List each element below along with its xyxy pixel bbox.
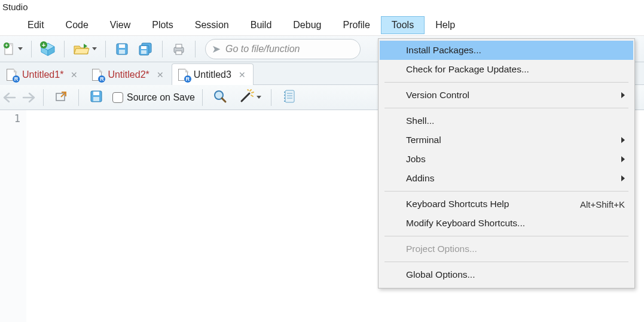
menu-profile[interactable]: Profile	[332, 16, 380, 34]
editor-save-button[interactable]	[86, 87, 106, 108]
nav-forward-button[interactable]	[22, 92, 36, 104]
toolbar-separator	[105, 41, 106, 57]
source-on-save-toggle[interactable]: Source on Save	[112, 92, 195, 103]
save-all-button[interactable]	[136, 39, 156, 59]
popout-icon	[54, 90, 68, 104]
new-file-dropdown[interactable]: +	[1, 39, 25, 59]
menu-help[interactable]: Help	[425, 16, 466, 34]
menu-item-label: Check for Package Updates...	[406, 64, 529, 75]
toolbar-separator	[78, 89, 79, 106]
magnifier-icon	[213, 89, 227, 105]
code-tools-dropdown[interactable]	[236, 87, 264, 108]
open-file-dropdown[interactable]	[71, 39, 99, 59]
goto-arrow-icon: ➤	[212, 42, 221, 56]
menu-build[interactable]: Build	[240, 16, 283, 34]
goto-input[interactable]	[225, 44, 352, 54]
menu-separator	[384, 82, 628, 83]
menu-item-shell[interactable]: Shell...	[380, 111, 633, 130]
menu-item-label: Project Options...	[406, 244, 477, 254]
menu-edit[interactable]: Edit	[17, 16, 55, 34]
menu-item-label: Jobs	[406, 154, 426, 165]
menu-item-check-for-package-updates[interactable]: Check for Package Updates...	[380, 60, 633, 79]
tab-label: Untitled1*	[22, 69, 63, 80]
menu-item-terminal[interactable]: Terminal	[380, 130, 633, 150]
save-icon	[90, 90, 103, 105]
line-number: 1	[0, 113, 20, 124]
svg-line-26	[250, 90, 251, 91]
svg-rect-18	[176, 51, 182, 54]
print-icon	[172, 42, 186, 56]
menu-view[interactable]: View	[99, 16, 141, 34]
save-icon	[115, 42, 129, 56]
tools-menu-dropdown: Install Packages...Check for Package Upd…	[378, 38, 635, 288]
goto-file-function[interactable]: ➤	[205, 39, 361, 59]
magic-wand-icon	[239, 89, 254, 105]
notebook-icon	[282, 89, 295, 105]
chevron-down-icon	[92, 47, 97, 50]
tab-close-icon[interactable]: ✕	[71, 70, 78, 80]
submenu-arrow-icon	[621, 156, 625, 162]
svg-line-24	[222, 98, 225, 102]
menubar: EditCodeViewPlotsSessionBuildDebugProfil…	[0, 14, 644, 36]
menu-separator	[384, 108, 628, 108]
svg-text:+: +	[42, 41, 45, 48]
menu-item-label: Addins	[406, 173, 434, 184]
show-in-new-window-button[interactable]	[51, 87, 71, 108]
print-button[interactable]	[169, 39, 189, 59]
menu-item-modify-keyboard-shortcuts[interactable]: Modify Keyboard Shortcuts...	[380, 214, 633, 233]
checkbox-icon	[112, 92, 123, 103]
line-gutter: 1	[0, 110, 26, 322]
menu-item-keyboard-shortcuts-help[interactable]: Keyboard Shortcuts HelpAlt+Shift+K	[380, 195, 633, 214]
r-file-icon: R	[92, 69, 103, 81]
editor-tab[interactable]: RUntitled2*✕	[86, 63, 171, 85]
submenu-arrow-icon	[621, 92, 625, 98]
toolbar-separator	[195, 41, 196, 57]
editor-tab[interactable]: RUntitled1*✕	[0, 63, 86, 85]
find-replace-button[interactable]	[210, 87, 230, 108]
r-file-icon: R	[178, 69, 189, 81]
svg-rect-11	[119, 50, 125, 54]
menu-item-jobs[interactable]: Jobs	[380, 150, 633, 169]
menu-plots[interactable]: Plots	[141, 16, 184, 34]
window-title: Studio	[0, 0, 644, 14]
tab-label: Untitled3	[194, 69, 231, 80]
tab-close-icon[interactable]: ✕	[157, 70, 164, 80]
toolbar-separator	[64, 41, 65, 57]
save-button[interactable]	[112, 39, 132, 59]
menu-item-label: Shell...	[406, 116, 434, 126]
menu-separator	[384, 191, 628, 192]
nav-back-button[interactable]	[2, 92, 17, 104]
svg-rect-30	[285, 90, 294, 102]
menu-item-label: Terminal	[406, 135, 441, 145]
editor-tab[interactable]: RUntitled3✕	[172, 63, 254, 85]
menu-item-addins[interactable]: Addins	[380, 169, 633, 188]
svg-text:+: +	[5, 42, 8, 48]
menu-item-install-packages[interactable]: Install Packages...	[380, 41, 633, 60]
svg-line-25	[242, 93, 249, 101]
menu-debug[interactable]: Debug	[282, 16, 332, 34]
menu-item-global-options[interactable]: Global Options...	[380, 265, 633, 284]
menu-shortcut: Alt+Shift+K	[580, 199, 625, 209]
new-project-button[interactable]: +	[38, 39, 58, 59]
submenu-arrow-icon	[621, 175, 625, 181]
svg-rect-15	[141, 50, 146, 54]
compile-report-button[interactable]	[279, 87, 299, 108]
toolbar-separator	[43, 89, 44, 106]
menu-item-label: Version Control	[406, 90, 469, 101]
new-file-icon: +	[4, 42, 16, 56]
tab-close-icon[interactable]: ✕	[239, 70, 246, 80]
svg-rect-10	[119, 44, 125, 48]
menu-separator	[384, 236, 628, 236]
menu-item-project-options: Project Options...	[380, 239, 633, 259]
menu-item-label: Modify Keyboard Shortcuts...	[406, 218, 525, 229]
menu-item-version-control[interactable]: Version Control	[380, 86, 633, 105]
menu-tools[interactable]: Tools	[381, 16, 425, 34]
toolbar-separator	[162, 41, 163, 57]
svg-line-28	[251, 95, 253, 96]
svg-line-27	[252, 92, 254, 93]
svg-rect-17	[176, 44, 182, 48]
menu-item-label: Keyboard Shortcuts Help	[406, 199, 509, 209]
toolbar-separator	[271, 89, 271, 106]
menu-code[interactable]: Code	[55, 16, 99, 34]
menu-session[interactable]: Session	[184, 16, 240, 34]
